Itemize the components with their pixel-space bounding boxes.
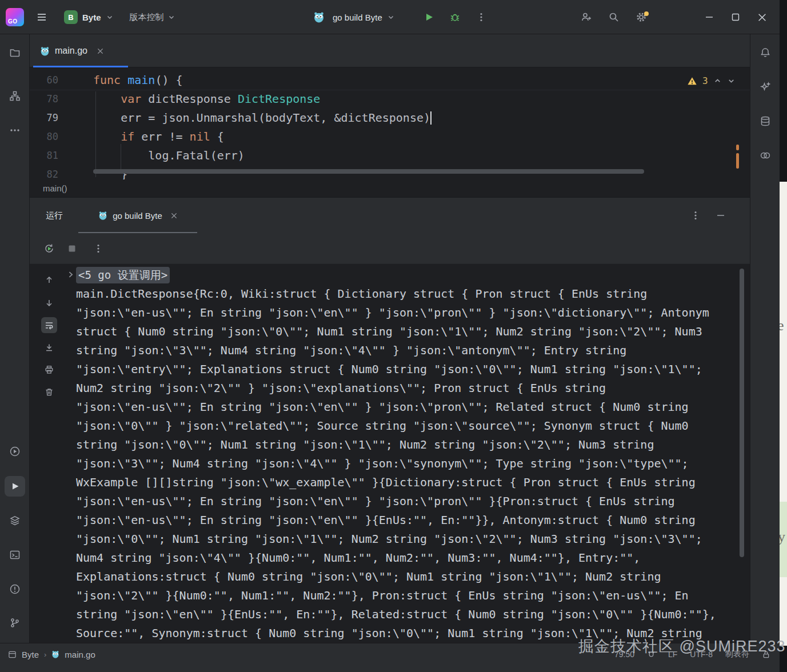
terminal-tool-button[interactable] [5,545,25,565]
run-panel-options-button[interactable] [685,205,706,226]
notifications-button[interactable] [755,42,776,63]
line-number[interactable]: 60 [30,71,58,90]
maximize-button[interactable] [722,5,749,30]
run-config-selector[interactable]: go build Byte [329,7,398,27]
run-tab-close-button[interactable] [171,213,177,219]
folder-icon [9,47,21,58]
more-actions-button[interactable] [470,7,492,27]
rerun-icon [43,243,55,254]
stop-button[interactable] [63,239,81,258]
clear-console-button[interactable] [41,384,57,400]
project-widget[interactable]: B Byte [59,7,118,27]
console-line[interactable]: string "json:\"0\""; Num1 string "json:\… [76,435,748,454]
line-number[interactable]: 80 [30,127,58,146]
kebab-icon [93,243,103,254]
console-line[interactable]: "json:\"3\""; Num4 string "json:\"4\"" }… [76,454,748,473]
fold-expand-icon[interactable] [66,270,75,279]
settings-button[interactable] [630,7,652,27]
line-number[interactable]: 81 [30,146,58,165]
soft-wrap-button[interactable] [41,317,57,333]
code-line[interactable]: func main() { [93,71,432,90]
console-line[interactable]: "json:\"0\"" } "json:\"related\""; Sourc… [76,417,748,435]
more-tool-windows-button[interactable] [5,120,25,141]
horizontal-scrollbar[interactable] [93,169,644,174]
minimize-button[interactable] [696,5,722,30]
console-line[interactable]: "json:\"2\"" }{Num0:"", Num1:"", Num2:""… [76,586,748,605]
hide-panel-button[interactable] [710,205,731,226]
print-button[interactable] [41,362,57,378]
line-number[interactable]: 79 [30,109,58,127]
console-line[interactable]: "json:\"entry\""; Explanations struct { … [76,360,748,379]
maximize-icon [731,13,740,22]
profiler-tool-button[interactable] [5,441,25,462]
plugin-button[interactable] [755,145,776,166]
console-line[interactable]: "json:\"en-us\""; En string "json:\"en\"… [76,303,748,322]
console-line[interactable]: "json:\"en-us\""; En string "json:\"en\"… [76,398,748,417]
code-with-me-button[interactable] [576,7,597,27]
text-caret [430,111,432,125]
line-number[interactable]: 82 [30,165,58,179]
chevron-down-icon [387,13,395,21]
project-tool-button[interactable] [5,42,25,63]
services-tool-button[interactable] [5,510,25,531]
console-more-button[interactable] [89,239,107,258]
scroll-to-end-button[interactable] [41,339,57,355]
rerun-button[interactable] [40,239,58,258]
console-line[interactable]: "json:\"en-us\""; En string "json:\"en\"… [76,511,748,530]
status-project[interactable]: Byte [22,650,39,659]
console-line[interactable]: "json:\"0\""; Num1 string "json:\"1\""; … [76,530,748,549]
soft-wrap-icon [45,321,54,330]
problems-tool-button[interactable] [5,579,25,599]
up-stack-trace-button[interactable] [41,272,57,288]
code-line[interactable]: if err != nil { [93,127,432,146]
console-line[interactable]: Num2 string "json:\"2\"" } "json:\"expla… [76,379,748,398]
status-file[interactable]: main.go [65,650,95,659]
code-line[interactable]: var dictResponse DictResponse [93,90,432,109]
prev-problem-button[interactable] [713,77,722,85]
gopher-icon [40,46,50,56]
close-button[interactable] [749,5,775,30]
code-line[interactable]: log.Fatal(err) [93,146,432,165]
console-line[interactable]: struct { Num0 string "json:\"0\""; Num1 … [76,322,748,341]
analysis-mark[interactable] [736,153,739,169]
tab-close-button[interactable] [97,48,103,54]
code-editor[interactable]: 607879808182 func main() { var dictRespo… [30,67,750,179]
vcs-widget[interactable]: 版本控制 [125,7,180,27]
analysis-mark[interactable] [736,145,739,150]
folded-command[interactable]: <5 go 设置调用> [76,267,170,283]
console-line[interactable]: "json:\"en-us\""; En string "json:\"en\"… [76,492,748,511]
console-line[interactable]: string "json:\"en\"" }{EnUs:"", En:""}, … [76,605,748,624]
line-number[interactable]: 78 [30,90,58,109]
ai-assistant-button[interactable] [755,77,776,97]
right-tool-rail [750,34,780,643]
problems-icon [9,583,21,595]
tab-main-go[interactable]: main.go [33,34,128,67]
debug-button[interactable] [444,7,466,27]
trash-icon [45,387,54,397]
database-button[interactable] [755,111,776,131]
ai-sparkle-icon [760,81,771,93]
breadcrumb[interactable]: main() [43,179,67,198]
code-line[interactable]: err = json.Unmarshal(bodyText, &dictResp… [93,109,432,127]
run-tab[interactable]: go build Byte [78,198,197,233]
run-icon [9,481,21,492]
chevron-down-icon [106,13,114,21]
console-line[interactable]: WxExample [][]string "json:\"wx_example\… [76,473,748,492]
next-problem-button[interactable] [727,77,736,85]
console-scrollbar[interactable] [740,269,744,557]
run-toolbar [30,233,750,264]
structure-tool-button[interactable] [5,86,25,106]
console-line[interactable]: string "json:\"3\""; Num4 string "json:\… [76,341,748,360]
inspections-widget[interactable]: 3 [687,75,736,86]
run-tool-button[interactable] [5,476,25,497]
run-console[interactable]: <5 go 设置调用> main.DictResponse{Rc:0, Wiki… [30,264,750,643]
run-button[interactable] [418,7,440,27]
minimize-icon [716,211,725,220]
version-control-tool-button[interactable] [5,613,25,633]
search-everywhere-button[interactable] [603,7,625,27]
down-stack-trace-button[interactable] [41,295,57,311]
console-line[interactable]: Num4 string "json:\"4\"" }{Num0:"", Num1… [76,549,748,567]
console-line[interactable]: main.DictResponse{Rc:0, Wiki:struct { Di… [76,285,748,303]
main-menu-button[interactable] [31,7,53,27]
console-line[interactable]: Explanations:struct { Num0 string "json:… [76,567,748,586]
